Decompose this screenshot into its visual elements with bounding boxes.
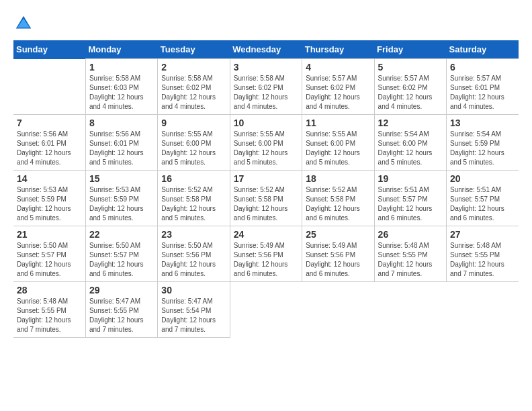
day-cell: 13Sunrise: 5:54 AM Sunset: 5:59 PM Dayli… xyxy=(447,115,519,171)
day-info: Sunrise: 5:57 AM Sunset: 6:02 PM Dayligh… xyxy=(306,74,370,111)
day-number: 18 xyxy=(306,173,370,184)
day-info: Sunrise: 5:52 AM Sunset: 5:58 PM Dayligh… xyxy=(234,185,298,223)
day-number: 8 xyxy=(89,118,154,128)
day-number: 10 xyxy=(234,118,298,128)
day-number: 28 xyxy=(17,285,82,295)
day-cell: 17Sunrise: 5:52 AM Sunset: 5:58 PM Dayli… xyxy=(230,171,302,226)
day-info: Sunrise: 5:53 AM Sunset: 5:59 PM Dayligh… xyxy=(89,185,154,223)
day-cell: 2Sunrise: 5:58 AM Sunset: 6:02 PM Daylig… xyxy=(158,59,230,115)
day-number: 2 xyxy=(161,62,226,73)
day-info: Sunrise: 5:48 AM Sunset: 5:55 PM Dayligh… xyxy=(450,241,515,279)
day-number: 22 xyxy=(89,229,154,240)
day-info: Sunrise: 5:50 AM Sunset: 5:56 PM Dayligh… xyxy=(161,241,226,279)
day-cell: 16Sunrise: 5:52 AM Sunset: 5:58 PM Dayli… xyxy=(158,171,230,226)
day-number: 29 xyxy=(89,285,154,295)
day-cell: 6Sunrise: 5:57 AM Sunset: 6:01 PM Daylig… xyxy=(447,59,519,115)
day-cell: 7Sunrise: 5:56 AM Sunset: 6:01 PM Daylig… xyxy=(13,115,85,171)
day-number: 15 xyxy=(89,173,154,184)
weekday-header-friday: Friday xyxy=(374,40,446,59)
weekday-header-row: SundayMondayTuesdayWednesdayThursdayFrid… xyxy=(13,40,519,59)
day-cell xyxy=(302,282,374,338)
day-number: 25 xyxy=(306,229,370,240)
day-cell: 21Sunrise: 5:50 AM Sunset: 5:57 PM Dayli… xyxy=(13,226,85,282)
day-number: 13 xyxy=(450,118,515,128)
day-cell xyxy=(230,282,302,338)
day-number: 21 xyxy=(17,229,82,240)
logo xyxy=(13,13,36,34)
day-cell: 12Sunrise: 5:54 AM Sunset: 6:00 PM Dayli… xyxy=(374,115,446,171)
weekday-header-thursday: Thursday xyxy=(302,40,374,59)
day-number: 4 xyxy=(306,62,370,73)
day-cell: 5Sunrise: 5:57 AM Sunset: 6:02 PM Daylig… xyxy=(374,59,446,115)
day-info: Sunrise: 5:52 AM Sunset: 5:58 PM Dayligh… xyxy=(161,185,226,223)
day-number: 17 xyxy=(234,173,298,184)
week-row-1: 1Sunrise: 5:58 AM Sunset: 6:03 PM Daylig… xyxy=(13,59,519,115)
week-row-5: 28Sunrise: 5:48 AM Sunset: 5:55 PM Dayli… xyxy=(13,282,519,338)
day-number: 20 xyxy=(450,173,515,184)
day-info: Sunrise: 5:54 AM Sunset: 5:59 PM Dayligh… xyxy=(450,130,515,167)
weekday-header-monday: Monday xyxy=(85,40,157,59)
page-header xyxy=(13,13,519,34)
day-number: 1 xyxy=(89,62,154,73)
weekday-header-saturday: Saturday xyxy=(447,40,519,59)
day-cell: 14Sunrise: 5:53 AM Sunset: 5:59 PM Dayli… xyxy=(13,171,85,226)
day-cell: 8Sunrise: 5:56 AM Sunset: 6:01 PM Daylig… xyxy=(85,115,157,171)
day-cell: 3Sunrise: 5:58 AM Sunset: 6:02 PM Daylig… xyxy=(230,59,302,115)
day-info: Sunrise: 5:56 AM Sunset: 6:01 PM Dayligh… xyxy=(89,130,154,167)
day-info: Sunrise: 5:57 AM Sunset: 6:01 PM Dayligh… xyxy=(450,74,515,111)
day-info: Sunrise: 5:51 AM Sunset: 5:57 PM Dayligh… xyxy=(378,185,443,223)
weekday-header-tuesday: Tuesday xyxy=(158,40,230,59)
day-cell: 19Sunrise: 5:51 AM Sunset: 5:57 PM Dayli… xyxy=(374,171,446,226)
day-info: Sunrise: 5:50 AM Sunset: 5:57 PM Dayligh… xyxy=(89,241,154,279)
day-cell xyxy=(13,59,85,115)
day-number: 26 xyxy=(378,229,443,240)
day-info: Sunrise: 5:48 AM Sunset: 5:55 PM Dayligh… xyxy=(378,241,443,279)
day-cell: 11Sunrise: 5:55 AM Sunset: 6:00 PM Dayli… xyxy=(302,115,374,171)
day-cell: 4Sunrise: 5:57 AM Sunset: 6:02 PM Daylig… xyxy=(302,59,374,115)
day-info: Sunrise: 5:54 AM Sunset: 6:00 PM Dayligh… xyxy=(378,130,443,167)
day-number: 11 xyxy=(306,118,370,128)
day-info: Sunrise: 5:52 AM Sunset: 5:58 PM Dayligh… xyxy=(306,185,370,223)
day-cell: 26Sunrise: 5:48 AM Sunset: 5:55 PM Dayli… xyxy=(374,226,446,282)
day-number: 30 xyxy=(161,285,226,295)
day-info: Sunrise: 5:50 AM Sunset: 5:57 PM Dayligh… xyxy=(17,241,82,279)
day-number: 9 xyxy=(161,118,226,128)
weekday-header-wednesday: Wednesday xyxy=(230,40,302,59)
day-cell: 18Sunrise: 5:52 AM Sunset: 5:58 PM Dayli… xyxy=(302,171,374,226)
weekday-header-sunday: Sunday xyxy=(13,40,85,59)
day-cell: 23Sunrise: 5:50 AM Sunset: 5:56 PM Dayli… xyxy=(158,226,230,282)
day-info: Sunrise: 5:47 AM Sunset: 5:54 PM Dayligh… xyxy=(161,297,226,334)
day-cell xyxy=(374,282,446,338)
day-info: Sunrise: 5:58 AM Sunset: 6:03 PM Dayligh… xyxy=(89,74,154,111)
week-row-2: 7Sunrise: 5:56 AM Sunset: 6:01 PM Daylig… xyxy=(13,115,519,171)
day-info: Sunrise: 5:47 AM Sunset: 5:55 PM Dayligh… xyxy=(89,297,154,334)
calendar-table: SundayMondayTuesdayWednesdayThursdayFrid… xyxy=(13,40,519,338)
day-cell: 24Sunrise: 5:49 AM Sunset: 5:56 PM Dayli… xyxy=(230,226,302,282)
day-number: 5 xyxy=(378,62,443,73)
day-info: Sunrise: 5:49 AM Sunset: 5:56 PM Dayligh… xyxy=(306,241,370,279)
day-info: Sunrise: 5:56 AM Sunset: 6:01 PM Dayligh… xyxy=(17,130,82,167)
day-info: Sunrise: 5:51 AM Sunset: 5:57 PM Dayligh… xyxy=(450,185,515,223)
day-info: Sunrise: 5:49 AM Sunset: 5:56 PM Dayligh… xyxy=(234,241,298,279)
day-cell: 22Sunrise: 5:50 AM Sunset: 5:57 PM Dayli… xyxy=(85,226,157,282)
logo-icon xyxy=(13,13,34,34)
day-info: Sunrise: 5:58 AM Sunset: 6:02 PM Dayligh… xyxy=(161,74,226,111)
day-info: Sunrise: 5:57 AM Sunset: 6:02 PM Dayligh… xyxy=(378,74,443,111)
day-number: 6 xyxy=(450,62,515,73)
day-number: 23 xyxy=(161,229,226,240)
day-cell: 10Sunrise: 5:55 AM Sunset: 6:00 PM Dayli… xyxy=(230,115,302,171)
day-number: 3 xyxy=(234,62,298,73)
day-info: Sunrise: 5:55 AM Sunset: 6:00 PM Dayligh… xyxy=(234,130,298,167)
day-info: Sunrise: 5:55 AM Sunset: 6:00 PM Dayligh… xyxy=(306,130,370,167)
day-number: 12 xyxy=(378,118,443,128)
day-info: Sunrise: 5:55 AM Sunset: 6:00 PM Dayligh… xyxy=(161,130,226,167)
day-cell: 20Sunrise: 5:51 AM Sunset: 5:57 PM Dayli… xyxy=(447,171,519,226)
week-row-3: 14Sunrise: 5:53 AM Sunset: 5:59 PM Dayli… xyxy=(13,171,519,226)
day-cell xyxy=(447,282,519,338)
day-cell: 27Sunrise: 5:48 AM Sunset: 5:55 PM Dayli… xyxy=(447,226,519,282)
day-number: 14 xyxy=(17,173,82,184)
day-cell: 30Sunrise: 5:47 AM Sunset: 5:54 PM Dayli… xyxy=(158,282,230,338)
day-cell: 29Sunrise: 5:47 AM Sunset: 5:55 PM Dayli… xyxy=(85,282,157,338)
day-number: 24 xyxy=(234,229,298,240)
day-number: 7 xyxy=(17,118,82,128)
